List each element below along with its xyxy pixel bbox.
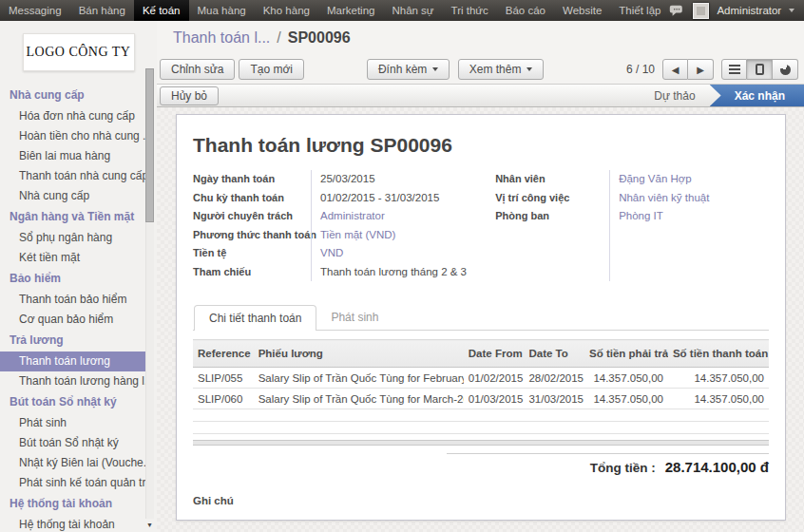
pager-next-button[interactable]: ▶ bbox=[688, 59, 714, 80]
user-menu-caret-icon[interactable] bbox=[789, 9, 794, 12]
pager-previous-button[interactable]: ◀ bbox=[662, 59, 688, 80]
sidebar-item-journal-items[interactable]: Phát sinh bbox=[0, 413, 157, 433]
nav-settings[interactable]: Thiết lập bbox=[610, 0, 669, 21]
state-widget: Dự thảo Xác nhận bbox=[640, 85, 804, 106]
cell-date-to[interactable]: 28/02/2015 bbox=[524, 368, 584, 389]
table-row[interactable]: SLIP/060 Salary Slip of Trần Quốc Tùng f… bbox=[193, 389, 769, 409]
create-button[interactable]: Tạo mới bbox=[239, 59, 304, 80]
col-header-date-from[interactable]: Date From bbox=[464, 340, 525, 368]
cell-reference[interactable]: SLIP/060 bbox=[193, 389, 254, 409]
sidebar-item-bank-statements[interactable]: Sổ phụ ngân hàng bbox=[0, 228, 157, 248]
cell-amount-due[interactable]: 14.357.050,00 bbox=[584, 389, 668, 409]
graph-view-button[interactable] bbox=[773, 59, 798, 80]
company-logo[interactable]: LOGO CÔNG TY bbox=[23, 33, 135, 71]
field-label-currency: Tiền tệ bbox=[193, 244, 311, 263]
sidebar: LOGO CÔNG TY Nhà cung cấp Hóa đơn nhà cu… bbox=[0, 21, 157, 532]
nav-purchases[interactable]: Mua hàng bbox=[189, 0, 255, 21]
attachments-dropdown-button[interactable]: Đính kèm bbox=[367, 59, 450, 80]
sidebar-item-purchase-receipts[interactable]: Biên lai mua hàng bbox=[0, 146, 157, 166]
nav-sales[interactable]: Bán hàng bbox=[70, 0, 134, 21]
field-value-payment-date: 25/03/2015 bbox=[320, 170, 495, 189]
sidebar-item-supplier-refunds[interactable]: Hoàn tiền cho nhà cung ... bbox=[0, 126, 157, 146]
cell-date-from[interactable]: 01/02/2015 bbox=[464, 368, 525, 389]
more-label: Xem thêm bbox=[469, 63, 522, 76]
nav-hr[interactable]: Nhân sự bbox=[383, 0, 442, 21]
state-confirmed[interactable]: Xác nhận bbox=[710, 85, 804, 106]
cell-amount-paid[interactable]: 14.357.050,00 bbox=[668, 389, 769, 409]
cell-reference[interactable]: SLIP/055 bbox=[193, 368, 254, 389]
form-view-button[interactable] bbox=[747, 59, 773, 80]
cell-payslip[interactable]: Salary Slip of Trần Quốc Tùng for Februa… bbox=[254, 368, 464, 389]
nav-warehouse[interactable]: Kho hàng bbox=[255, 0, 318, 21]
field-group-left: Ngày thanh toán Chu kỳ thanh toán Người … bbox=[193, 170, 495, 281]
field-value-responsible[interactable]: Administrator bbox=[320, 207, 495, 226]
field-label-department: Phòng ban bbox=[495, 207, 609, 226]
col-header-amount-due[interactable]: Số tiền phải trả bbox=[584, 340, 668, 368]
sidebar-item-insurance-agencies[interactable]: Cơ quan bảo hiểm bbox=[0, 310, 157, 330]
sidebar-item-voucher-journal[interactable]: Nhật ký Biên lai (Vouche... bbox=[0, 453, 157, 473]
sidebar-scrollbar-thumb[interactable] bbox=[145, 68, 154, 222]
field-value-department[interactable]: Phòng IT bbox=[619, 207, 769, 226]
pie-chart-icon bbox=[780, 65, 791, 75]
user-menu[interactable]: Administrator bbox=[717, 5, 781, 16]
state-draft[interactable]: Dự thảo bbox=[640, 85, 709, 106]
tab-payment-details[interactable]: Chi tiết thanh toán bbox=[194, 305, 316, 331]
field-value-reference: Thanh toán lương tháng 2 & 3 bbox=[320, 263, 495, 282]
field-label-reference: Tham chiếu bbox=[193, 263, 311, 282]
sidebar-item-analytic-items[interactable]: Phát sinh kế toán quản trị bbox=[0, 473, 157, 493]
list-view-button[interactable] bbox=[721, 59, 747, 80]
sidebar-item-monthly-salary-payments[interactable]: Thanh toán lương hàng l... bbox=[0, 371, 157, 391]
cell-date-to[interactable]: 31/03/2015 bbox=[524, 389, 584, 409]
sidebar-item-supplier-invoices[interactable]: Hóa đơn nhà cung cấp bbox=[0, 106, 157, 126]
field-value-payment-period: 01/02/2015 - 31/03/2015 bbox=[320, 189, 495, 208]
form-background: Thanh toán lương SP00096 Ngày thanh toán… bbox=[157, 107, 804, 532]
tab-journal-items[interactable]: Phát sinh bbox=[316, 305, 392, 330]
cell-amount-due[interactable]: 14.357.050,00 bbox=[584, 368, 668, 389]
attachments-label: Đính kèm bbox=[378, 63, 427, 76]
col-header-amount-paid[interactable]: Số tiền thanh toán bbox=[668, 340, 769, 368]
cancel-button[interactable]: Hủy bỏ bbox=[160, 86, 219, 105]
breadcrumb: Thanh toán l... / SP00096 bbox=[157, 21, 804, 55]
sidebar-section-insurance: Bảo hiểm bbox=[0, 268, 157, 290]
breadcrumb-parent-link[interactable]: Thanh toán l... bbox=[173, 29, 270, 47]
col-header-payslip[interactable]: Phiếu lương bbox=[254, 340, 464, 368]
sidebar-item-insurance-payments[interactable]: Thanh toán bảo hiểm bbox=[0, 290, 157, 310]
pager-counter: 6 / 10 bbox=[626, 63, 655, 76]
field-label-job-position: Vị trí công việc bbox=[495, 189, 609, 208]
sidebar-item-suppliers[interactable]: Nhà cung cấp bbox=[0, 186, 157, 206]
nav-messaging[interactable]: Messaging bbox=[0, 0, 70, 21]
field-value-currency[interactable]: VND bbox=[320, 244, 495, 263]
col-header-reference[interactable]: Reference bbox=[193, 340, 254, 368]
sidebar-item-cash-registers[interactable]: Két tiền mặt bbox=[0, 248, 157, 268]
status-bar: Hủy bỏ Dự thảo Xác nhận bbox=[157, 84, 804, 107]
sidebar-item-salary-payments[interactable]: Thanh toán lương bbox=[0, 352, 145, 371]
nav-reporting[interactable]: Báo cáo bbox=[497, 0, 554, 21]
field-value-job-position[interactable]: Nhân viên kỹ thuật bbox=[619, 189, 769, 208]
table-row[interactable]: SLIP/055 Salary Slip of Trần Quốc Tùng f… bbox=[193, 368, 769, 389]
table-horizontal-scrollbar[interactable] bbox=[193, 440, 769, 446]
more-dropdown-button[interactable]: Xem thêm bbox=[458, 59, 545, 80]
sidebar-item-chart-accounts[interactable]: Hệ thống tài khoản bbox=[0, 515, 157, 532]
chevron-down-icon bbox=[432, 67, 438, 71]
user-avatar[interactable] bbox=[693, 3, 709, 19]
sidebar-item-journal-entries[interactable]: Bút toán Sổ nhật ký bbox=[0, 433, 157, 453]
nav-accounting[interactable]: Kế toán bbox=[134, 0, 189, 21]
nav-marketing[interactable]: Marketing bbox=[318, 0, 384, 21]
top-navbar: Messaging Bán hàng Kế toán Mua hàng Kho … bbox=[0, 0, 804, 21]
field-value-employee[interactable]: Đặng Văn Hợp bbox=[619, 170, 769, 189]
sidebar-scroll-down-icon[interactable]: ▼ bbox=[144, 522, 155, 529]
sidebar-item-supplier-payments[interactable]: Thanh toán nhà cung cấp bbox=[0, 166, 157, 186]
nav-website[interactable]: Website bbox=[554, 0, 610, 21]
table-empty-row bbox=[193, 409, 769, 422]
cell-payslip[interactable]: Salary Slip of Trần Quốc Tùng for March-… bbox=[254, 389, 464, 409]
table-empty-row bbox=[193, 422, 769, 434]
form-sheet: Thanh toán lương SP00096 Ngày thanh toán… bbox=[176, 114, 786, 521]
cell-date-from[interactable]: 01/03/2015 bbox=[464, 389, 525, 409]
col-header-date-to[interactable]: Date To bbox=[524, 340, 584, 368]
messages-icon[interactable] bbox=[669, 5, 685, 17]
field-value-payment-method[interactable]: Tiền mặt (VND) bbox=[320, 226, 495, 245]
cell-amount-paid[interactable]: 14.357.050,00 bbox=[668, 368, 769, 389]
sidebar-section-suppliers: Nhà cung cấp bbox=[0, 85, 157, 106]
nav-knowledge[interactable]: Tri thức bbox=[443, 0, 497, 21]
edit-button[interactable]: Chỉnh sửa bbox=[160, 59, 235, 80]
